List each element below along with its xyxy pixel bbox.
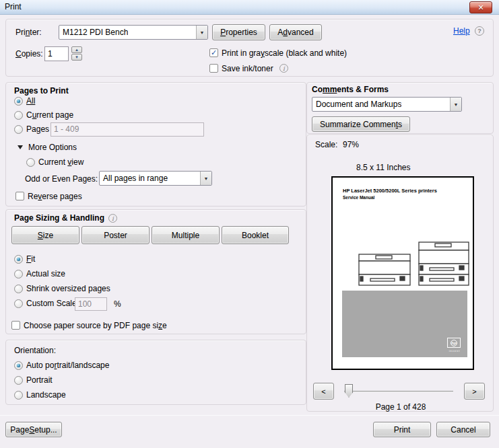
radio-portrait[interactable]	[14, 376, 23, 385]
scale-value: 97%	[343, 140, 359, 149]
pages-to-print-title: Pages to Print	[14, 86, 69, 96]
multiple-button[interactable]: Multiple	[152, 226, 220, 244]
pages-to-print-group: Pages to Print All Current page Pages 1 …	[5, 82, 306, 207]
radio-fit-label[interactable]: Fit	[26, 254, 35, 264]
percent-label: %	[114, 299, 121, 309]
radio-current-page-label[interactable]: Current page	[26, 110, 73, 120]
spinner-up-icon[interactable]: ▲	[71, 46, 82, 53]
help-link[interactable]: Help	[453, 26, 470, 36]
radio-current-view-label[interactable]: Current view	[38, 157, 84, 167]
print-button[interactable]: Print	[373, 422, 431, 437]
radio-pages-label[interactable]: Pages	[26, 124, 49, 134]
odd-even-select-value: All pages in range	[100, 174, 168, 183]
radio-all[interactable]	[14, 97, 23, 106]
footer-divider	[0, 415, 499, 416]
radio-all-label[interactable]: All	[26, 96, 35, 106]
size-button[interactable]: Size	[11, 226, 79, 244]
preview-group: Scale: 97% 8.5 x 11 Inches HP LaserJet 5…	[306, 135, 494, 412]
page-sizing-group: Page Sizing & Handling i Size Poster Mul…	[5, 209, 306, 334]
page-slider-handle[interactable]	[345, 384, 353, 398]
radio-landscape[interactable]	[14, 391, 23, 400]
preview-page: HP LaserJet 5200/5200L Series printers S…	[331, 176, 474, 370]
chevron-down-icon: ▼	[200, 172, 211, 185]
radio-current-page[interactable]	[14, 111, 23, 120]
prev-page-button[interactable]: <	[313, 383, 334, 400]
odd-even-label: Odd or Even Pages:	[25, 174, 98, 184]
comments-forms-group: Comments & Forms Document and Markups ▼ …	[306, 82, 494, 134]
summarize-comments-button[interactable]: Summarize Comments	[312, 116, 410, 132]
page-sizing-title: Page Sizing & Handling	[14, 213, 104, 223]
comments-forms-select-value: Document and Markups	[312, 100, 401, 109]
hp-logo-text: hp	[451, 340, 457, 346]
radio-fit[interactable]	[14, 255, 23, 264]
reverse-pages-checkbox[interactable]	[15, 192, 24, 200]
radio-custom-scale-label[interactable]: Custom Scale:	[26, 299, 79, 308]
pages-range-input[interactable]: 1 - 409	[51, 122, 204, 137]
cancel-button[interactable]: Cancel	[436, 422, 490, 437]
comments-forms-select[interactable]: Document and Markups ▼	[312, 97, 462, 112]
radio-portrait-label[interactable]: Portrait	[26, 375, 53, 385]
radio-custom-scale[interactable]	[14, 299, 23, 308]
orientation-group: Orientation: Auto portrait/landscape Por…	[5, 340, 306, 405]
doc-subtitle: Service Manual	[343, 195, 374, 200]
paper-size-label: 8.5 x 11 Inches	[356, 163, 411, 172]
copies-input[interactable]	[44, 46, 69, 61]
odd-even-select[interactable]: All pages in range ▼	[99, 171, 212, 186]
printer-illustration	[358, 239, 471, 289]
paper-source-label[interactable]: Choose paper source by PDF page size	[24, 321, 167, 330]
doc-title: HP LaserJet 5200/5200L Series printers	[343, 188, 437, 194]
page-slider-track[interactable]	[344, 391, 453, 392]
more-options-toggle[interactable]: More Options	[28, 143, 77, 152]
printer-label: Printer:	[15, 28, 42, 37]
radio-pages[interactable]	[14, 125, 23, 134]
printer-select[interactable]: M1212 PDI Bench ▼	[59, 25, 208, 40]
grayscale-checkbox[interactable]: ✓	[209, 48, 218, 57]
help-icon[interactable]: ?	[475, 26, 484, 36]
copies-stepper: ▲ ▼	[71, 46, 82, 61]
orientation-title: Orientation:	[14, 346, 56, 355]
custom-scale-input[interactable]: 100	[75, 297, 107, 311]
paper-source-checkbox[interactable]	[11, 321, 20, 330]
spinner-down-icon[interactable]: ▼	[71, 54, 82, 61]
printer-select-value: M1212 PDI Bench	[59, 28, 128, 37]
collapse-triangle-icon[interactable]	[18, 145, 23, 149]
booklet-button[interactable]: Booklet	[222, 226, 289, 244]
comments-forms-title: Comments & Forms	[312, 85, 389, 94]
radio-shrink[interactable]	[14, 285, 23, 293]
radio-actual-size[interactable]	[14, 270, 23, 278]
hp-logo: hp invent	[447, 338, 461, 348]
next-page-button[interactable]: >	[464, 383, 485, 400]
poster-button[interactable]: Poster	[81, 226, 149, 244]
copies-label: Copies:	[15, 49, 43, 59]
close-icon[interactable]: ✕	[469, 1, 492, 13]
info-icon: i	[279, 64, 288, 73]
info-icon: i	[108, 214, 117, 223]
window-title: Print	[5, 2, 22, 11]
advanced-button[interactable]: Advanced	[269, 24, 322, 40]
radio-actual-size-label[interactable]: Actual size	[26, 269, 65, 278]
cover-band: hp invent	[342, 291, 467, 357]
radio-auto-orientation-label[interactable]: Auto portrait/landscape	[26, 361, 109, 370]
page-info: Page 1 of 428	[307, 402, 494, 412]
radio-auto-orientation[interactable]	[14, 361, 23, 370]
save-ink-checkbox[interactable]	[209, 64, 218, 73]
hp-logo-invent: invent	[448, 349, 461, 352]
grayscale-label[interactable]: Print in grayscale (black and white)	[222, 48, 347, 58]
radio-shrink-label[interactable]: Shrink oversized pages	[26, 284, 110, 293]
save-ink-label[interactable]: Save ink/toner	[222, 64, 273, 73]
chevron-down-icon: ▼	[196, 26, 207, 39]
radio-landscape-label[interactable]: Landscape	[26, 390, 66, 400]
chevron-down-icon: ▼	[450, 98, 461, 111]
printer-group: Printer: M1212 PDI Bench ▼ Properties Ad…	[5, 19, 494, 77]
reverse-pages-label[interactable]: Reverse pages	[28, 192, 82, 201]
properties-button[interactable]: Properties	[212, 24, 265, 40]
window-titlebar[interactable]: Print	[0, 0, 499, 15]
scale-label: Scale:	[315, 140, 337, 149]
page-setup-button[interactable]: Page Setup...	[5, 422, 62, 437]
radio-current-view[interactable]	[26, 158, 35, 167]
